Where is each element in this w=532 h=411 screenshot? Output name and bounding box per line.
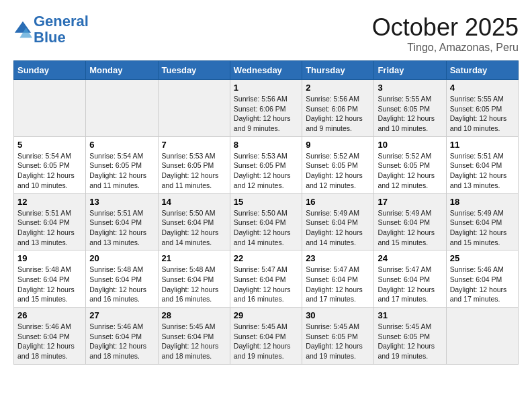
calendar-cell: 5Sunrise: 5:54 AM Sunset: 6:05 PM Daylig… xyxy=(14,136,86,193)
calendar-cell: 24Sunrise: 5:47 AM Sunset: 6:04 PM Dayli… xyxy=(374,250,446,308)
calendar-cell: 22Sunrise: 5:47 AM Sunset: 6:04 PM Dayli… xyxy=(230,250,302,308)
day-info: Sunrise: 5:45 AM Sunset: 6:05 PM Dayligh… xyxy=(306,322,370,361)
day-info: Sunrise: 5:49 AM Sunset: 6:04 PM Dayligh… xyxy=(450,208,515,248)
calendar-cell xyxy=(14,80,86,137)
calendar-cell: 13Sunrise: 5:51 AM Sunset: 6:04 PM Dayli… xyxy=(86,193,158,250)
month-title: October 2025 xyxy=(372,13,519,42)
calendar-week-row: 26Sunrise: 5:46 AM Sunset: 6:04 PM Dayli… xyxy=(14,308,519,365)
day-number: 23 xyxy=(306,253,370,263)
calendar-cell: 2Sunrise: 5:56 AM Sunset: 6:06 PM Daylig… xyxy=(302,80,374,137)
calendar-cell: 7Sunrise: 5:53 AM Sunset: 6:05 PM Daylig… xyxy=(158,136,230,193)
day-number: 29 xyxy=(234,310,298,320)
day-info: Sunrise: 5:45 AM Sunset: 6:05 PM Dayligh… xyxy=(378,322,442,361)
calendar-cell: 3Sunrise: 5:55 AM Sunset: 6:05 PM Daylig… xyxy=(374,80,446,137)
calendar-cell: 14Sunrise: 5:50 AM Sunset: 6:04 PM Dayli… xyxy=(158,193,230,250)
day-info: Sunrise: 5:49 AM Sunset: 6:04 PM Dayligh… xyxy=(306,208,370,248)
day-number: 20 xyxy=(89,253,154,263)
weekday-header: Friday xyxy=(374,61,446,80)
day-info: Sunrise: 5:45 AM Sunset: 6:04 PM Dayligh… xyxy=(162,322,226,361)
day-number: 9 xyxy=(306,140,370,150)
day-info: Sunrise: 5:54 AM Sunset: 6:05 PM Dayligh… xyxy=(89,151,154,191)
weekday-header: Tuesday xyxy=(158,61,230,80)
day-number: 25 xyxy=(450,253,515,263)
calendar-week-row: 12Sunrise: 5:51 AM Sunset: 6:04 PM Dayli… xyxy=(14,193,519,250)
day-number: 16 xyxy=(306,197,370,207)
calendar-cell: 27Sunrise: 5:46 AM Sunset: 6:04 PM Dayli… xyxy=(86,308,158,365)
svg-marker-0 xyxy=(15,21,31,33)
day-info: Sunrise: 5:47 AM Sunset: 6:04 PM Dayligh… xyxy=(378,265,442,304)
day-number: 24 xyxy=(378,253,442,263)
day-info: Sunrise: 5:47 AM Sunset: 6:04 PM Dayligh… xyxy=(234,265,298,304)
day-info: Sunrise: 5:53 AM Sunset: 6:05 PM Dayligh… xyxy=(234,151,298,191)
day-info: Sunrise: 5:51 AM Sunset: 6:04 PM Dayligh… xyxy=(17,208,82,248)
day-number: 10 xyxy=(378,140,442,150)
weekday-header-row: SundayMondayTuesdayWednesdayThursdayFrid… xyxy=(14,61,519,80)
day-info: Sunrise: 5:55 AM Sunset: 6:05 PM Dayligh… xyxy=(378,94,442,134)
day-number: 2 xyxy=(306,83,370,93)
day-info: Sunrise: 5:50 AM Sunset: 6:04 PM Dayligh… xyxy=(234,208,298,248)
calendar-cell: 31Sunrise: 5:45 AM Sunset: 6:05 PM Dayli… xyxy=(374,308,446,365)
day-number: 21 xyxy=(162,253,226,263)
calendar-week-row: 5Sunrise: 5:54 AM Sunset: 6:05 PM Daylig… xyxy=(14,136,519,193)
calendar-cell: 11Sunrise: 5:51 AM Sunset: 6:04 PM Dayli… xyxy=(446,136,518,193)
day-number: 13 xyxy=(89,197,154,207)
day-number: 18 xyxy=(450,197,515,207)
calendar-cell: 20Sunrise: 5:48 AM Sunset: 6:04 PM Dayli… xyxy=(86,250,158,308)
day-number: 22 xyxy=(234,253,298,263)
calendar-table: SundayMondayTuesdayWednesdayThursdayFrid… xyxy=(13,60,519,365)
calendar-cell: 15Sunrise: 5:50 AM Sunset: 6:04 PM Dayli… xyxy=(230,193,302,250)
logo: General Blue xyxy=(13,13,89,46)
day-number: 26 xyxy=(17,310,82,320)
calendar-cell xyxy=(158,80,230,137)
day-info: Sunrise: 5:49 AM Sunset: 6:04 PM Dayligh… xyxy=(378,208,442,248)
calendar-cell: 1Sunrise: 5:56 AM Sunset: 6:06 PM Daylig… xyxy=(230,80,302,137)
day-info: Sunrise: 5:45 AM Sunset: 6:04 PM Dayligh… xyxy=(234,322,298,361)
day-info: Sunrise: 5:48 AM Sunset: 6:04 PM Dayligh… xyxy=(89,265,154,304)
day-info: Sunrise: 5:48 AM Sunset: 6:04 PM Dayligh… xyxy=(17,265,82,304)
day-number: 15 xyxy=(234,197,298,207)
day-info: Sunrise: 5:52 AM Sunset: 6:05 PM Dayligh… xyxy=(306,151,370,191)
calendar-cell: 4Sunrise: 5:55 AM Sunset: 6:05 PM Daylig… xyxy=(446,80,518,137)
day-info: Sunrise: 5:56 AM Sunset: 6:06 PM Dayligh… xyxy=(234,94,298,134)
weekday-header: Sunday xyxy=(14,61,86,80)
day-number: 19 xyxy=(17,253,82,263)
weekday-header: Monday xyxy=(86,61,158,80)
day-info: Sunrise: 5:46 AM Sunset: 6:04 PM Dayligh… xyxy=(17,322,82,361)
calendar-cell: 12Sunrise: 5:51 AM Sunset: 6:04 PM Dayli… xyxy=(14,193,86,250)
weekday-header: Thursday xyxy=(302,61,374,80)
logo-text: General Blue xyxy=(34,13,89,46)
calendar-cell: 23Sunrise: 5:47 AM Sunset: 6:04 PM Dayli… xyxy=(302,250,374,308)
calendar-cell: 10Sunrise: 5:52 AM Sunset: 6:05 PM Dayli… xyxy=(374,136,446,193)
day-number: 7 xyxy=(162,140,226,150)
day-info: Sunrise: 5:51 AM Sunset: 6:04 PM Dayligh… xyxy=(450,151,515,191)
day-info: Sunrise: 5:54 AM Sunset: 6:05 PM Dayligh… xyxy=(17,151,82,191)
calendar-cell: 29Sunrise: 5:45 AM Sunset: 6:04 PM Dayli… xyxy=(230,308,302,365)
calendar-cell: 26Sunrise: 5:46 AM Sunset: 6:04 PM Dayli… xyxy=(14,308,86,365)
calendar-cell: 25Sunrise: 5:46 AM Sunset: 6:04 PM Dayli… xyxy=(446,250,518,308)
day-number: 6 xyxy=(89,140,154,150)
calendar-cell: 16Sunrise: 5:49 AM Sunset: 6:04 PM Dayli… xyxy=(302,193,374,250)
day-number: 3 xyxy=(378,83,442,93)
day-number: 4 xyxy=(450,83,515,93)
day-number: 31 xyxy=(378,310,442,320)
calendar-cell: 21Sunrise: 5:48 AM Sunset: 6:04 PM Dayli… xyxy=(158,250,230,308)
calendar-cell: 8Sunrise: 5:53 AM Sunset: 6:05 PM Daylig… xyxy=(230,136,302,193)
day-number: 11 xyxy=(450,140,515,150)
weekday-header: Wednesday xyxy=(230,61,302,80)
page-header: General Blue October 2025 Tingo, Amazona… xyxy=(13,13,519,54)
day-number: 30 xyxy=(306,310,370,320)
day-info: Sunrise: 5:47 AM Sunset: 6:04 PM Dayligh… xyxy=(306,265,370,304)
day-info: Sunrise: 5:51 AM Sunset: 6:04 PM Dayligh… xyxy=(89,208,154,248)
calendar-cell xyxy=(86,80,158,137)
day-number: 8 xyxy=(234,140,298,150)
day-info: Sunrise: 5:50 AM Sunset: 6:04 PM Dayligh… xyxy=(162,208,226,248)
calendar-cell: 18Sunrise: 5:49 AM Sunset: 6:04 PM Dayli… xyxy=(446,193,518,250)
day-info: Sunrise: 5:46 AM Sunset: 6:04 PM Dayligh… xyxy=(89,322,154,361)
day-number: 14 xyxy=(162,197,226,207)
day-number: 27 xyxy=(89,310,154,320)
calendar-cell xyxy=(446,308,518,365)
day-number: 12 xyxy=(17,197,82,207)
day-number: 1 xyxy=(234,83,298,93)
location: Tingo, Amazonas, Peru xyxy=(372,42,519,54)
weekday-header: Saturday xyxy=(446,61,518,80)
